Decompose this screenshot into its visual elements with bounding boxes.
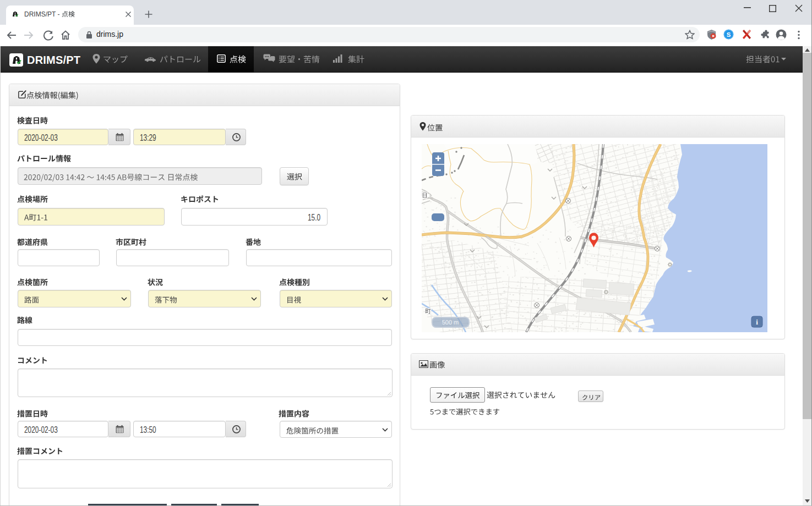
svg-text:500 m: 500 m (442, 319, 459, 326)
svg-text:i: i (756, 318, 758, 326)
svg-text:S: S (727, 31, 731, 38)
